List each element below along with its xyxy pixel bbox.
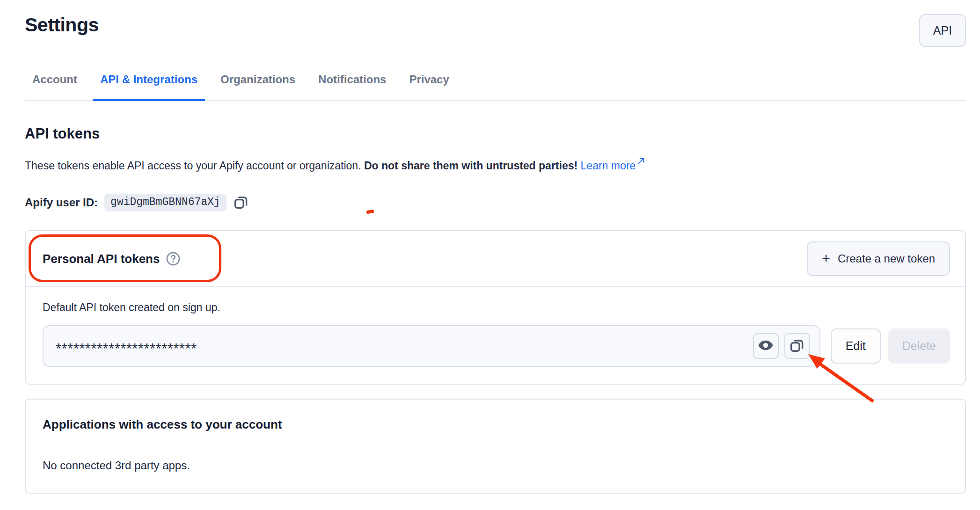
token-field (43, 325, 820, 367)
api-tokens-heading: API tokens (25, 125, 966, 142)
tab-api-integrations[interactable]: API & Integrations (93, 68, 205, 101)
external-link-icon (637, 154, 645, 169)
settings-tabs: Account API & Integrations Organizations… (25, 68, 966, 101)
personal-api-tokens-body: Default API token created on sign up. (26, 287, 965, 384)
token-description: Default API token created on sign up. (43, 301, 950, 314)
description-warning: Do not share them with untrusted parties… (364, 160, 578, 172)
user-id-label: Apify user ID: (25, 196, 98, 209)
personal-api-tokens-header: Personal API tokens + Create a new token (26, 231, 965, 287)
copy-user-id-button[interactable] (233, 194, 249, 211)
learn-more-label: Learn more (581, 160, 636, 172)
personal-api-tokens-card: Personal API tokens + Create a new token (25, 230, 966, 385)
copy-icon (789, 337, 805, 355)
learn-more-link[interactable]: Learn more (581, 160, 646, 172)
applications-title: Applications with access to your account (43, 417, 948, 432)
applications-empty-text: No connected 3rd party apps. (43, 459, 948, 472)
edit-token-button[interactable]: Edit (831, 328, 881, 364)
create-new-token-label: Create a new token (838, 252, 935, 265)
tab-notifications[interactable]: Notifications (311, 68, 394, 101)
user-id-row: Apify user ID: gwiDgmBmGBNN67aXj (25, 194, 966, 211)
tab-account[interactable]: Account (25, 68, 85, 101)
create-new-token-button[interactable]: + Create a new token (807, 241, 950, 276)
api-button[interactable]: API (919, 14, 966, 47)
page-header: Settings API (25, 12, 966, 47)
eye-icon (757, 337, 774, 355)
tab-organizations[interactable]: Organizations (213, 68, 303, 101)
help-icon[interactable] (165, 251, 181, 267)
show-token-button[interactable] (753, 333, 779, 359)
personal-api-tokens-title-row: Personal API tokens (43, 251, 181, 267)
copy-icon (233, 194, 249, 211)
personal-api-tokens-title: Personal API tokens (43, 252, 160, 266)
applications-card: Applications with access to your account… (25, 399, 966, 494)
user-id-value: gwiDgmBmGBNN67aXj (104, 194, 227, 211)
description-text: These tokens enable API access to your A… (25, 160, 364, 172)
api-tokens-description: These tokens enable API access to your A… (25, 154, 966, 173)
page-title: Settings (25, 14, 99, 36)
tab-privacy[interactable]: Privacy (402, 68, 456, 101)
token-masked-input[interactable] (56, 335, 753, 357)
plus-icon: + (822, 251, 830, 265)
copy-token-button[interactable] (784, 333, 810, 359)
delete-token-button[interactable]: Delete (888, 328, 950, 364)
settings-page: Settings API Account API & Integrations … (0, 0, 980, 510)
token-row: Edit Delete (43, 325, 950, 367)
